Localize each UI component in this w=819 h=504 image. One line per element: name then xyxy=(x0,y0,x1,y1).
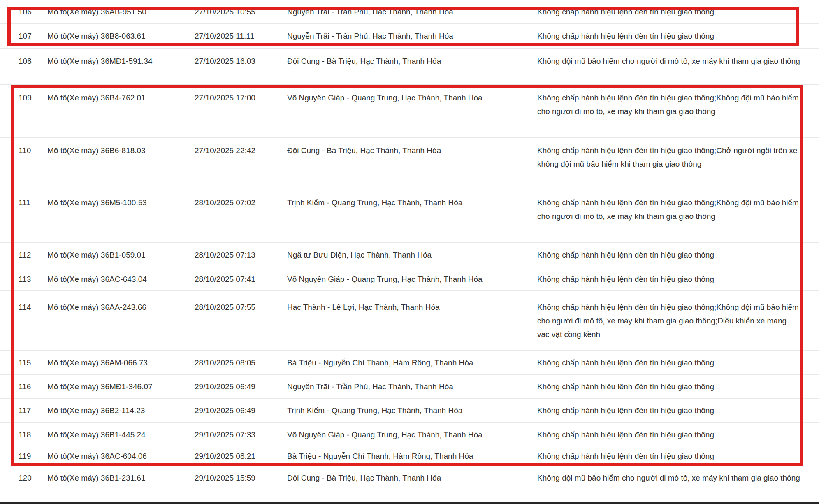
vehicle-plate-cell: Mô tô(Xe máy) 36MĐ1-591.34 xyxy=(47,54,195,68)
table-right-border xyxy=(818,0,818,504)
location-cell: Đội Cung - Bà Triệu, Hạc Thành, Thanh Hó… xyxy=(287,54,537,68)
table-row: 120Mô tô(Xe máy) 36B1-231.6129/10/2025 1… xyxy=(0,465,819,504)
violation-description-cell: Không đội mũ bảo hiểm cho người đi mô tô… xyxy=(537,54,819,68)
row-index-cell: 108 xyxy=(0,54,47,68)
row-index-cell: 120 xyxy=(0,471,47,485)
annotation-highlight-box-rows-109-119 xyxy=(11,85,803,466)
violations-table-screen: 106Mô tô(Xe máy) 36AB-951.5027/10/2025 1… xyxy=(0,0,819,504)
vehicle-plate-cell: Mô tô(Xe máy) 36B1-231.61 xyxy=(47,471,195,485)
table-row: 108Mô tô(Xe máy) 36MĐ1-591.3427/10/2025 … xyxy=(0,49,819,85)
annotation-highlight-box-rows-106-107 xyxy=(7,7,799,46)
violation-time-cell: 29/10/2025 15:59 xyxy=(195,471,287,485)
table-left-border xyxy=(2,0,2,504)
table-bottom-border xyxy=(0,502,819,504)
violation-description-cell: Không đội mũ bảo hiểm cho người đi mô tô… xyxy=(537,471,819,485)
location-cell: Đội Cung - Bà Triệu, Hạc Thành, Thanh Hó… xyxy=(287,471,537,485)
violation-time-cell: 27/10/2025 16:03 xyxy=(195,54,287,68)
